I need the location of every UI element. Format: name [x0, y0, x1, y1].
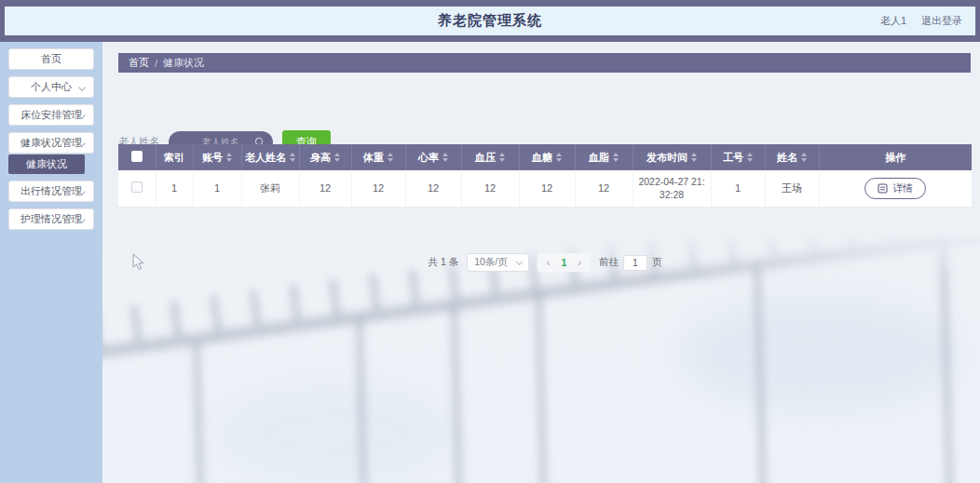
cell-publish-time: 2022-04-27 21:32:28 [633, 170, 711, 207]
document-icon [878, 183, 888, 194]
goto-page: 前往 页 [599, 255, 662, 271]
header-user-area: 老人1 退出登录 [880, 7, 962, 35]
col-weight[interactable]: 体重 [351, 144, 405, 170]
row-checkbox[interactable] [131, 181, 143, 193]
logout-link[interactable]: 退出登录 [921, 14, 962, 28]
sort-icon[interactable] [801, 153, 807, 162]
cell-index: 1 [156, 170, 193, 207]
sidebar-subitem-health-status-active[interactable]: 健康状况 [8, 154, 85, 174]
chevron-down-icon [516, 258, 523, 264]
cell-blood-sugar: 12 [519, 170, 575, 207]
health-table: 索引 账号 老人姓名 身高 体重 心率 血压 血糖 血脂 发布时间 工号 姓名 … [118, 144, 972, 208]
sort-icon[interactable] [613, 153, 619, 162]
pagination-total: 共 1 条 [429, 256, 459, 269]
col-elder-name[interactable]: 老人姓名 [241, 144, 299, 170]
col-blood-sugar[interactable]: 血糖 [519, 144, 575, 170]
col-blood-lipid[interactable]: 血脂 [575, 144, 633, 170]
fence-bar [451, 305, 463, 483]
breadcrumb: 首页 / 健康状况 [118, 53, 971, 73]
chevron-down-icon [78, 84, 86, 91]
prev-page-button[interactable]: ‹ [547, 257, 551, 268]
sort-icon[interactable] [388, 153, 393, 162]
sort-icon[interactable] [290, 153, 295, 162]
sort-icon[interactable] [334, 153, 340, 162]
col-work-id[interactable]: 工号 [711, 144, 765, 170]
select-all-checkbox[interactable] [131, 151, 143, 162]
main-content: 首页 / 健康状况 老人姓名 查询 [102, 42, 980, 483]
sidebar-item-label: 出行情况管理 [20, 184, 82, 198]
breadcrumb-current: 健康状况 [163, 56, 204, 70]
sidebar: 首页 个人中心 床位安排管理 健康状况管理 健康状况 出行情况管理 护理情况管理 [0, 42, 102, 483]
cell-account: 1 [193, 170, 241, 207]
sort-icon[interactable] [499, 153, 505, 162]
app-title: 养老院管理系统 [438, 12, 542, 30]
cell-heart-rate: 12 [405, 170, 461, 207]
sidebar-item-personal-center[interactable]: 个人中心 [8, 76, 94, 98]
page-size-value: 10条/页 [474, 256, 508, 269]
goto-page-input[interactable] [623, 255, 647, 271]
page-size-select[interactable]: 10条/页 [467, 253, 529, 272]
cell-staff-name: 王场 [765, 170, 819, 207]
sidebar-item-bed-management[interactable]: 床位安排管理 [8, 104, 94, 126]
cell-blood-pressure: 12 [461, 170, 519, 207]
col-blood-pressure[interactable]: 血压 [461, 144, 519, 170]
sort-icon[interactable] [226, 153, 232, 162]
table-row: 1 1 张莉 12 12 12 12 12 12 2022-04-27 21:3… [118, 170, 972, 207]
cell-weight: 12 [351, 170, 405, 207]
cell-work-id: 1 [711, 170, 765, 207]
col-account[interactable]: 账号 [193, 144, 241, 170]
mouse-cursor [132, 253, 145, 272]
sidebar-item-nursing-management[interactable]: 护理情况管理 [8, 208, 94, 230]
detail-button[interactable]: 详情 [864, 178, 926, 199]
app-header: 养老院管理系统 老人1 退出登录 [5, 7, 975, 35]
col-height[interactable]: 身高 [299, 144, 351, 170]
sidebar-item-label: 首页 [41, 52, 61, 66]
col-actions: 操作 [819, 144, 972, 170]
col-staff-name[interactable]: 姓名 [765, 144, 819, 170]
col-index: 索引 [156, 144, 193, 170]
breadcrumb-home[interactable]: 首页 [129, 56, 149, 70]
sidebar-item-health-management[interactable]: 健康状况管理 [8, 132, 94, 154]
detail-button-label: 详情 [892, 181, 913, 195]
sidebar-item-label: 床位安排管理 [20, 108, 82, 122]
sidebar-item-travel-management[interactable]: 出行情况管理 [8, 181, 94, 202]
breadcrumb-separator: / [155, 58, 157, 69]
cell-elder-name: 张莉 [241, 170, 299, 207]
col-publish-time[interactable]: 发布时间 [633, 144, 711, 170]
sidebar-item-home[interactable]: 首页 [8, 48, 94, 70]
goto-label: 前往 [599, 256, 619, 269]
sort-icon[interactable] [442, 153, 448, 162]
sidebar-item-label: 健康状况管理 [20, 136, 82, 150]
pagination: 共 1 条 10条/页 ‹ 1 › 前往 页 [118, 253, 972, 272]
goto-suffix: 页 [652, 256, 662, 269]
cell-blood-lipid: 12 [575, 170, 633, 207]
next-page-button[interactable]: › [578, 257, 581, 268]
sort-icon[interactable] [691, 153, 697, 162]
sidebar-item-label: 个人中心 [31, 80, 72, 94]
fence-bar [193, 341, 204, 483]
pager: ‹ 1 › [538, 253, 591, 272]
sort-icon[interactable] [556, 153, 562, 162]
col-heart-rate[interactable]: 心率 [405, 144, 461, 170]
current-page[interactable]: 1 [561, 257, 566, 268]
current-user[interactable]: 老人1 [880, 14, 906, 28]
window-frame: 养老院管理系统 老人1 退出登录 [0, 0, 980, 42]
fence-bar [536, 293, 549, 483]
sidebar-item-label: 护理情况管理 [20, 212, 82, 226]
sort-icon[interactable] [747, 153, 753, 162]
sidebar-subitem-label: 健康状况 [26, 157, 67, 171]
table-header-row: 索引 账号 老人姓名 身高 体重 心率 血压 血糖 血脂 发布时间 工号 姓名 … [118, 144, 972, 170]
cell-height: 12 [299, 170, 351, 207]
